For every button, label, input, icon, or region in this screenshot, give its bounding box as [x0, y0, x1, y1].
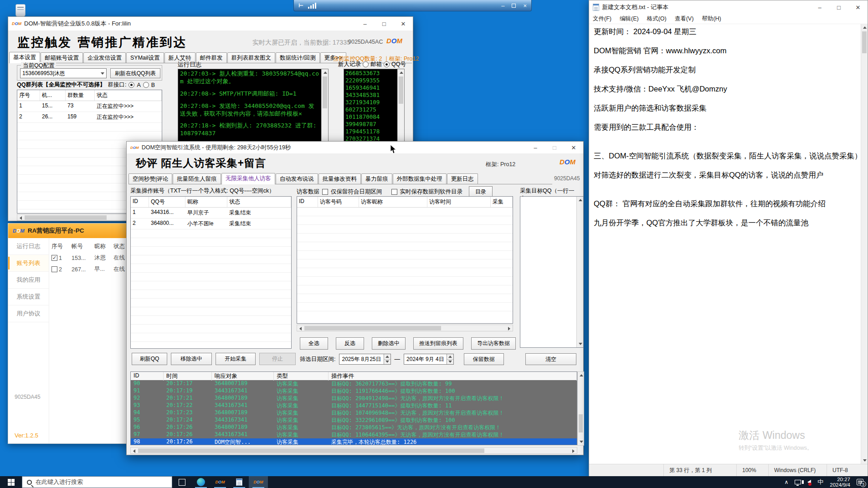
search-input[interactable]: 在此键入进行搜索	[22, 476, 172, 488]
volume-muted-icon[interactable]	[807, 480, 811, 484]
close-icon[interactable]: ×	[523, 2, 527, 9]
log-row[interactable]: 9220:17:213648007189访客采集目标QQ: 2984912498…	[131, 395, 577, 402]
target-vscrollbar[interactable]	[576, 197, 583, 347]
log-row[interactable]: 9020:17:173648007189访客采集目标QQ: 3620717763…	[131, 380, 577, 387]
checkbox[interactable]	[51, 266, 57, 272]
w3-tab-6[interactable]: 外部数据集中处理	[393, 173, 447, 184]
clock[interactable]: 20:27 2024/9/4	[830, 477, 850, 488]
dom-space-taskbar-button[interactable]: DOM	[249, 476, 268, 488]
maximize-button[interactable]: □	[829, 0, 848, 14]
radio-interface-a[interactable]	[128, 82, 134, 88]
table-row[interactable]: 2267...早...在线	[51, 264, 126, 275]
push-to-trace-list-button[interactable]: 推送到留痕列表	[413, 337, 463, 350]
restore-icon[interactable]	[512, 4, 516, 8]
log-row[interactable]: 9720:17:263443167341访客采集目标QQ: 1106464395…	[131, 431, 577, 438]
log-vscrollbar[interactable]	[577, 371, 584, 446]
select-all-button[interactable]: 全选	[300, 337, 328, 350]
menu-view[interactable]: 查看(V)	[675, 15, 694, 23]
refresh-qq-button[interactable]: 刷新QQ	[132, 353, 167, 365]
keep-data-button[interactable]: 保留数据	[464, 353, 504, 365]
table-row[interactable]: 115...73正在监控中>>>	[17, 101, 162, 112]
date-to-spinner[interactable]	[447, 354, 453, 364]
invert-selection-button[interactable]: 反选	[336, 337, 364, 350]
start-collect-button[interactable]: 开始采集	[216, 353, 256, 365]
notepad-text-area[interactable]: 更新时间： 2024-09-04 星期三 DOM智能营销 官网：www.hlwy…	[589, 24, 861, 464]
ime-indicator[interactable]: 中	[817, 478, 823, 486]
close-button[interactable]: ✕	[848, 0, 868, 14]
ra-menu-item-4[interactable]: 用户协议	[8, 305, 49, 322]
notepad-taskbar-button[interactable]	[230, 476, 249, 488]
qq-account-select[interactable]: 1536069953|沐恩	[20, 68, 107, 78]
date-from-spinner[interactable]	[384, 354, 390, 364]
network-icon[interactable]	[795, 480, 801, 484]
checkbox-date-range[interactable]	[322, 189, 328, 195]
action-center-icon[interactable]: 3	[857, 479, 863, 485]
log-row[interactable]: 9420:17:233648007189访客采集目标QQ: 1074096948…	[131, 409, 577, 417]
background-window-titlebar[interactable]: ⊢ – ×	[293, 0, 532, 11]
log-row[interactable]: 9520:17:243443167341访客采集目标QQ: 3322961089…	[131, 417, 577, 424]
w1-tab-2[interactable]: 企业发信设置	[83, 52, 126, 63]
refresh-online-qq-button[interactable]: 刷新在线QQ列表	[110, 68, 160, 78]
w1-tab-3[interactable]: SYMail设置	[126, 52, 164, 63]
menu-edit[interactable]: 编辑(E)	[620, 15, 639, 23]
remove-selected-button[interactable]: 移除选中	[171, 353, 212, 365]
start-button[interactable]	[0, 476, 22, 488]
chevron-up-icon[interactable]: ∧	[784, 479, 788, 485]
w1-tab-6[interactable]: 群列表群发图文	[227, 52, 276, 63]
minimize-button[interactable]: –	[810, 0, 829, 14]
minimize-icon[interactable]: –	[501, 2, 504, 9]
date-from-input[interactable]: 2025年 8月25日	[339, 354, 390, 365]
directory-button[interactable]: 目录	[469, 186, 493, 197]
visitor-table-hscrollbar[interactable]	[297, 325, 513, 331]
checkbox-save-dir[interactable]	[391, 189, 397, 195]
w1-tab-7[interactable]: 数据统计/回测	[276, 52, 319, 63]
minimize-button[interactable]: –	[526, 142, 545, 153]
log-row[interactable]: 9620:17:263648007189访客采集目标QQ: 273805615=…	[131, 424, 577, 431]
delete-selected-button[interactable]: 删除选中	[372, 337, 406, 350]
table-row[interactable]: 1344316...早川京子采集结束	[131, 208, 291, 219]
ra-menu-item-2[interactable]: 我的应用	[8, 272, 49, 289]
ra-menu-item-0[interactable]: 运行日志	[8, 238, 49, 255]
clear-button[interactable]: 清空	[525, 353, 576, 365]
table-row[interactable]: ✓1153...沐恩在线	[51, 252, 126, 264]
w3-titlebar[interactable]: DOM DOM空间智能引流系统 - 使用期剩余: 298天2小时55分19秒 –…	[127, 142, 583, 153]
minimize-button[interactable]: –	[355, 17, 375, 30]
notepad-vscrollbar[interactable]	[861, 24, 868, 464]
w1-tab-1[interactable]: 邮箱账号设置	[41, 52, 83, 63]
w3-tab-5[interactable]: 暴力留痕	[361, 173, 392, 184]
w3-tab-3[interactable]: 自动发布说说	[276, 173, 318, 184]
ra-menu-item-3[interactable]: 系统设置	[8, 289, 49, 305]
notepad-titlebar[interactable]: 新建文本文档.txt - 记事本 – □ ✕	[589, 0, 868, 14]
log-row[interactable]: 9120:17:193443167341访客采集目标QQ: 1191766446…	[131, 387, 577, 395]
export-visitor-data-button[interactable]: 导出访客数据	[471, 337, 516, 350]
menu-file[interactable]: 文件(F)	[593, 15, 611, 23]
date-to-input[interactable]: 2024年 9月 4日	[404, 354, 454, 365]
log-hscrollbar[interactable]	[130, 447, 577, 454]
checkbox[interactable]: ✓	[51, 255, 57, 261]
menu-format[interactable]: 格式(O)	[647, 15, 667, 23]
w3-tab-0[interactable]: 空间秒赞|评论	[128, 173, 172, 184]
radio-mail[interactable]	[363, 61, 369, 67]
w3-tab-2[interactable]: 无限采集他人访客	[221, 173, 275, 184]
w3-tab-7[interactable]: 更新日志	[447, 173, 478, 184]
table-row[interactable]: 2364800...小羊不困le采集结束	[131, 219, 291, 229]
dom-app-taskbar-button[interactable]: DOM	[211, 476, 230, 488]
log-row[interactable]: 9820:17:26DOM空间智...访客采集采集完毕，本轮访客总数量: 122…	[131, 438, 577, 445]
maximize-button[interactable]: □	[545, 142, 564, 153]
maximize-button[interactable]: □	[375, 17, 394, 30]
radio-interface-b[interactable]	[143, 82, 149, 88]
target-qq-input[interactable]	[520, 196, 584, 348]
ra-menu-item-1[interactable]: 账号列表	[8, 255, 49, 272]
close-button[interactable]: ✕	[394, 17, 413, 30]
menu-help[interactable]: 帮助(H)	[702, 15, 721, 23]
ra-titlebar[interactable]: DOM RA营销应用平台-PC	[8, 224, 127, 238]
w3-tab-4[interactable]: 批量修改资料	[318, 173, 361, 184]
table-row[interactable]: 226...159正在监控中>>>	[17, 112, 162, 123]
w1-titlebar[interactable]: DOM DOM-智能营销企业版5.0.8版本 - For:lilin – □ ✕	[8, 17, 413, 30]
close-button[interactable]: ✕	[564, 142, 583, 153]
log-row[interactable]: 9320:17:223443167341访客采集目标QQ: 1447715140…	[131, 402, 577, 409]
edge-taskbar-button[interactable]	[191, 476, 211, 488]
w3-tab-1[interactable]: 批量陌生人留痕	[173, 173, 221, 184]
task-view-button[interactable]	[172, 476, 191, 488]
radio-qq[interactable]	[384, 61, 390, 67]
